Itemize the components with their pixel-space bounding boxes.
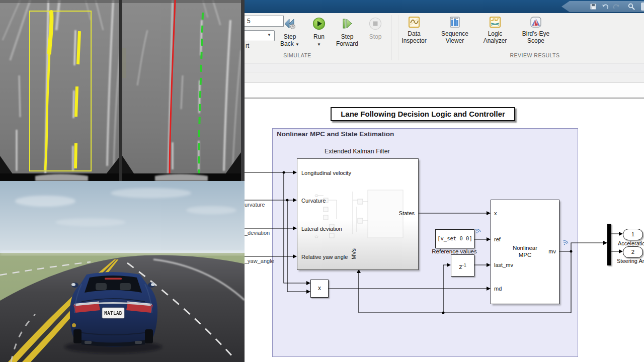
lane-detection-view <box>0 0 122 181</box>
birds-eye-scope-button[interactable]: Bird's-Eye Scope <box>518 15 554 51</box>
zoom-icon[interactable] <box>628 3 635 10</box>
logic-analyzer-button[interactable]: Logic Analyzer <box>477 15 513 51</box>
chevron-down-icon: ▼ <box>317 42 321 47</box>
mpc-port-label: ref <box>494 236 501 242</box>
ekf-port-label: Lateral deviation <box>301 226 342 232</box>
step-back-button[interactable]: Step Back ▼ <box>275 15 304 51</box>
birds-eye-scope-icon <box>530 16 542 28</box>
stop-button: Stop <box>361 15 390 51</box>
sequence-viewer-button[interactable]: Sequence Viewer <box>437 15 473 51</box>
mpc-port-label: md <box>494 286 502 292</box>
quick-access-toolbar <box>561 1 644 12</box>
outport-1[interactable]: 1 <box>623 229 643 240</box>
sequence-viewer-icon <box>449 16 461 28</box>
outport-2-label: Steering Ang <box>617 258 644 264</box>
simulink-window: 5 ▼ rt Step Back ▼ <box>245 0 644 362</box>
lane-fit-view <box>122 0 241 181</box>
chevron-down-icon: ▼ <box>267 33 271 37</box>
signal-label-relative-yaw-angle: _yaw_angle <box>245 258 274 264</box>
stop-icon <box>368 16 383 31</box>
outport-2[interactable]: 2 <box>623 246 643 258</box>
demux-bar[interactable] <box>607 224 611 265</box>
mux-x-block[interactable]: x <box>310 280 329 298</box>
run-icon <box>311 16 327 31</box>
run-button[interactable]: Run ▼ <box>304 15 334 51</box>
step-back-icon <box>282 16 297 31</box>
fast-restart-label-partial: rt <box>246 42 249 49</box>
ekf-output-label: States <box>399 210 415 216</box>
ribbon-toolbar: 5 ▼ rt Step Back ▼ <box>245 13 644 63</box>
ekf-port-label: Relative yaw angle <box>301 254 348 260</box>
diagram-title-box: Lane Following Decision Logic and Contro… <box>331 107 515 121</box>
breadcrumb-bar[interactable] <box>245 72 644 82</box>
ekf-block-title: Extended Kalman Filter <box>297 148 418 155</box>
simulation-mode-dropdown[interactable]: ▼ <box>245 30 275 41</box>
mpc-port-label: x <box>494 210 497 216</box>
outport-1-label: Acceleratio <box>618 240 644 246</box>
data-inspector-icon <box>408 16 420 28</box>
mpc-port-label: last_mv <box>494 262 513 268</box>
toolbar-separator <box>391 15 391 60</box>
review-results-section-label: REVIEW RESULTS <box>496 52 574 58</box>
reference-constant-label: Reference values <box>424 248 485 254</box>
document-bar <box>245 63 644 72</box>
mpc-output-label: mv <box>548 248 556 254</box>
viewer-edge-strip <box>241 0 245 181</box>
data-inspector-button[interactable]: Data Inspector <box>396 15 432 51</box>
ekf-bottom-port-label: MVs <box>351 246 357 261</box>
chevron-down-icon: ▼ <box>295 42 299 47</box>
visualization-pane: MATLAB <box>0 0 245 362</box>
step-forward-button[interactable]: Step Forward <box>333 15 362 51</box>
signal-label-lateral-deviation: _deviation <box>245 230 270 236</box>
reference-constant-block[interactable]: [v_set 0 0] <box>435 229 474 248</box>
logic-analyzer-icon <box>489 16 501 28</box>
save-icon[interactable] <box>590 3 597 10</box>
redo-icon[interactable] <box>613 3 620 10</box>
explorer-bar[interactable] <box>245 82 644 99</box>
view-edge <box>0 0 122 3</box>
ekf-port-label: Curvature <box>301 198 326 204</box>
driving-scenario-3d-view: MATLAB <box>0 181 245 362</box>
undo-icon[interactable] <box>602 3 609 10</box>
simulate-section-label: SIMULATE <box>275 52 320 58</box>
screen: MATLAB <box>0 0 644 362</box>
license-plate-text: MATLAB <box>104 311 122 316</box>
ekf-port-label: Longitudinal velocity <box>301 170 351 176</box>
nonlinear-mpc-block[interactable]: NonlinearMPC x ref last_mv md mv <box>491 200 559 304</box>
signal-label-curvature: urvature <box>245 202 265 208</box>
unit-delay-block[interactable]: z-1 <box>451 254 474 277</box>
subsystem-area-label: Nonlinear MPC and State Estimation <box>277 130 394 138</box>
hidden-icon[interactable] <box>641 3 644 11</box>
window-title-bar <box>245 0 644 13</box>
ekf-block[interactable]: Longitudinal velocity Curvature Lateral … <box>297 158 419 270</box>
step-forward-icon <box>340 16 355 31</box>
